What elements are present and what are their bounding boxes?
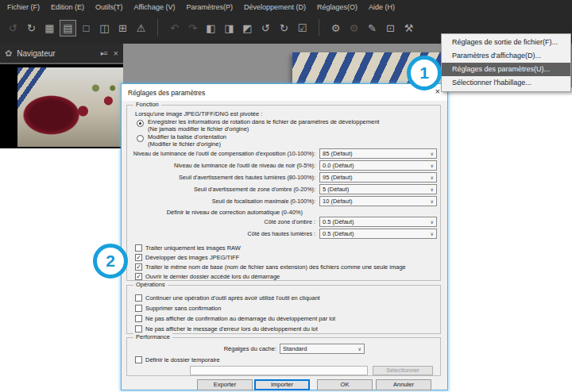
undo-icon: ↶ [166,20,183,37]
shadow-side-combo[interactable]: 0.5 (Défaut)∨ [319,217,437,227]
select-check-icon[interactable]: ☑ [294,20,311,37]
radio-sublabel: (Ne jamais modifier le fichier d'origine… [148,126,379,133]
chevron-down-icon: ∨ [431,175,434,180]
cache-settings-combo[interactable]: Standard ∨ [280,344,365,354]
shadow-warning-combo[interactable]: 5 (Défaut)∨ [319,184,437,194]
combo-value: 0.5 (Défaut) [323,218,354,225]
checkbox-box[interactable]: ✓ [135,273,142,280]
field-label: Seuil d'avertissement de zone d'ombre (0… [194,186,315,193]
menu-item-reglages-parametres[interactable]: Réglages des paramètres(U)... [442,63,570,76]
display-settings-icon[interactable]: ⊡ [382,20,399,37]
eraser-tool-icon[interactable]: ✎ [364,20,381,37]
checkbox-label: Supprimer sans confirmation [145,305,221,312]
temp-folder-path-input[interactable] [190,366,368,375]
panel-menu-icon[interactable]: ▸≡ [101,49,107,57]
navigator-panel: ✿ Navigateur ▸≡ × [0,44,123,148]
dialog-close-icon[interactable]: × [435,87,440,96]
black-level-luminance-combo[interactable]: 0.0 (Défaut)∨ [319,160,437,171]
dialog-title-bar: Réglages des paramètres × [122,84,447,101]
exporter-button[interactable]: Exporter [197,379,253,390]
highlight-side-combo[interactable]: 0.5 (Défaut)∨ [319,229,437,239]
field-label: Niveau de luminance de l'outil de niveau… [174,162,315,169]
navigator-thumbnail[interactable] [17,67,123,147]
development-mark-3-icon[interactable]: ◩ [239,20,256,37]
toolbar-separator [157,19,158,37]
field-label: Niveau de luminance de l'outil de compen… [133,150,315,157]
open-last-folder-checkbox[interactable]: ✓Ouvrir le dernier dossier accédé lors d… [135,271,440,281]
checkbox-label: Ne pas afficher de confirmation au démar… [145,315,335,322]
dialog-title: Réglages des paramètres [128,89,205,97]
rotation-save-radio[interactable]: Enregistrer les informations de rotation… [137,119,440,133]
callout-1: 1 [407,56,442,90]
dialog-buttons: ExporterImporterOKAnnuler [122,379,447,390]
raw-only-checkbox[interactable]: Traiter uniquement les images RAW [135,243,440,252]
menu-developpement[interactable]: Développement (D) [238,0,311,14]
rotate-ccw-icon[interactable]: ↺ [257,20,274,37]
menu-aide[interactable]: Aide (H) [363,0,400,14]
temp-folder-checkbox[interactable]: Définir le dossier temporaire [135,356,440,363]
delete-without-confirmation-checkbox[interactable]: Supprimer sans confirmation [135,303,440,313]
ok-button[interactable]: OK [317,379,373,390]
navigator-title: Navigateur [17,49,101,58]
select-folder-button[interactable]: Sélectionner [373,366,433,375]
rotate-thumb-right-icon[interactable]: ↻ [23,20,40,37]
exposure-luminance-combo[interactable]: 85 (Défaut)∨ [319,148,437,159]
parameter-settings-icon[interactable]: ⚒ [400,20,417,37]
checkbox-box[interactable] [135,305,142,312]
operations-checkboxes: Continuer une opération d'outil après av… [127,293,440,334]
warning-display-icon[interactable]: ⚠ [133,20,149,37]
menu-item-selectionner-habillage[interactable]: Sélectionner l'habillage... [442,76,570,90]
preview-view-icon[interactable]: □ [78,20,95,37]
cache-settings-label: Régalges du cache: [127,345,276,352]
radio-selected-icon[interactable] [137,120,144,127]
rotate-cw-icon[interactable]: ↻ [276,20,292,37]
menu-bar: Fichier (F)Edition (E)Outils(T)Affichage… [0,0,572,14]
develop-jpeg-tiff-checkbox[interactable]: ✓Développer des images JPEG/TIFF [135,252,440,262]
combination-view-icon[interactable]: ▤ [60,20,76,37]
compare-view-icon[interactable]: ◫ [96,20,113,37]
checkbox-box[interactable] [135,356,142,363]
importer-button[interactable]: Importer [254,379,310,390]
auto-correction-rows: Côté zone d'ombre :0.5 (Défaut)∨Côté des… [127,216,440,240]
toolbar-separator [319,19,319,37]
panel-close-icon[interactable]: × [114,48,118,58]
orientation-tag-radio[interactable]: Modifier la balise d'orientation (Modifi… [137,134,440,148]
settings-dialog: Réglages des paramètres × Fonction Lorsq… [121,83,448,390]
radio-unselected-icon[interactable] [137,135,144,142]
callout-2: 2 [93,244,128,279]
checkbox-label: Définir le dossier temporaire [145,356,220,363]
checkbox-box[interactable] [135,325,142,332]
menu-reglages[interactable]: Réglages(O) [311,0,363,14]
checkbox-label: Continuer une opération d'outil après av… [145,294,320,302]
same-basename-checkbox[interactable]: ✓Traiter le même nom de base (nom de fic… [135,262,440,271]
navigator-panel-icon: ✿ [5,48,12,59]
field-label: Côté zone d'ombre : [265,218,316,225]
menu-item-reglages-sortie-fichier[interactable]: Réglages de sortie de fichier(F)... [442,36,570,49]
checkbox-box[interactable]: ✓ [135,254,142,261]
highlight-warning-combo[interactable]: 95 (Défaut)∨ [319,172,437,183]
field-label: Seuil de focalisation maximale (0-100%): [212,198,315,205]
file-output-settings-icon[interactable]: ⚙ [327,20,344,37]
menu-item-parametres-affichage[interactable]: Paramètres d'affichage(D)... [442,49,570,63]
development-mark-1-icon[interactable]: ◧ [203,20,219,37]
annuler-button[interactable]: Annuler [376,379,431,390]
focus-peaking-combo[interactable]: 10 (Défaut)∨ [319,196,437,206]
checkbox-box[interactable] [135,244,142,252]
multi-preview-view-icon[interactable]: ⊞ [114,20,131,37]
thumbnail-view-icon[interactable]: ▦ [41,20,58,37]
combo-value: 0.0 (Défaut) [323,162,354,169]
menu-edition[interactable]: Edition (E) [45,0,90,14]
operations-group: Opérations Continuer une opération d'out… [126,285,441,334]
development-mark-2-icon[interactable]: ◨ [221,20,238,37]
checkbox-box[interactable] [135,294,142,302]
no-batch-start-confirmation-checkbox[interactable]: Ne pas afficher de confirmation au démar… [135,313,440,324]
menu-parametres[interactable]: Paramètres(P) [180,0,238,14]
menu-outils[interactable]: Outils(T) [90,0,129,14]
checkbox-box[interactable]: ✓ [135,263,142,271]
menu-fichier[interactable]: Fichier (F) [2,0,45,14]
continue-tool-operation-checkbox[interactable]: Continuer une opération d'outil après av… [135,293,440,303]
no-batch-error-message-checkbox[interactable]: Ne pas afficher le message d'erreur lors… [135,324,440,334]
checkbox-box[interactable] [135,315,142,322]
checkbox-label: Traiter le même nom de base (nom de fich… [145,263,406,271]
menu-affichage[interactable]: Affichage (V) [129,0,181,14]
